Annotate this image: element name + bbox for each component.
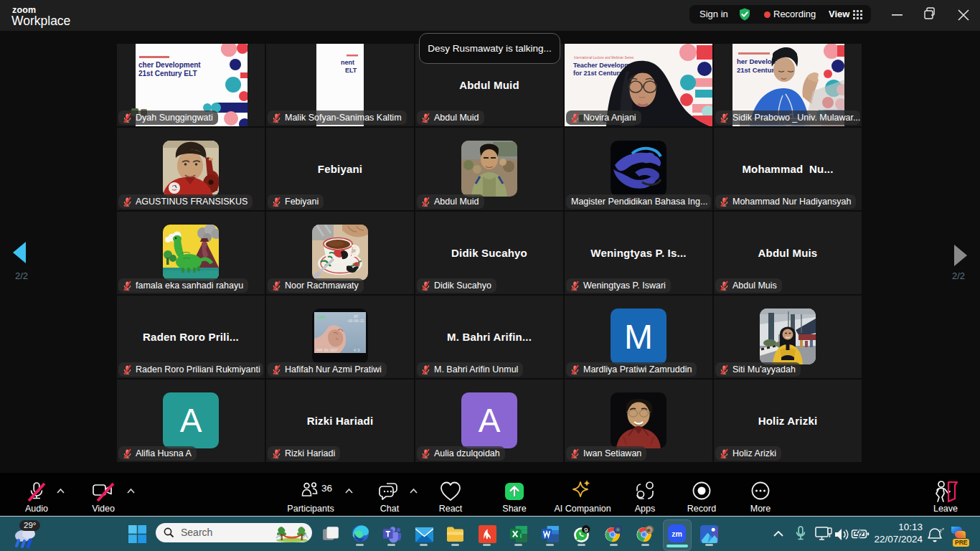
svg-text:zm: zm <box>672 529 682 538</box>
svg-text:4:3: 4:3 <box>354 349 359 352</box>
svg-text:CAM: CAM <box>317 315 325 320</box>
svg-text:cher Development: cher Development <box>138 61 201 69</box>
svg-text:21st Century ELT: 21st Century ELT <box>138 70 197 77</box>
svg-text:PHM 00:1007: PHM 00:1007 <box>316 349 338 352</box>
svg-text:-00:06:22: -00:06:22 <box>347 319 364 323</box>
svg-text:nent: nent <box>341 59 354 66</box>
svg-text:36: 36 <box>321 483 332 494</box>
svg-text:9: 9 <box>584 526 588 534</box>
svg-text:International Lecture and Webi: International Lecture and Webinar Series <box>574 56 634 60</box>
svg-text:ELT: ELT <box>345 67 357 74</box>
svg-text:z: z <box>942 527 944 531</box>
